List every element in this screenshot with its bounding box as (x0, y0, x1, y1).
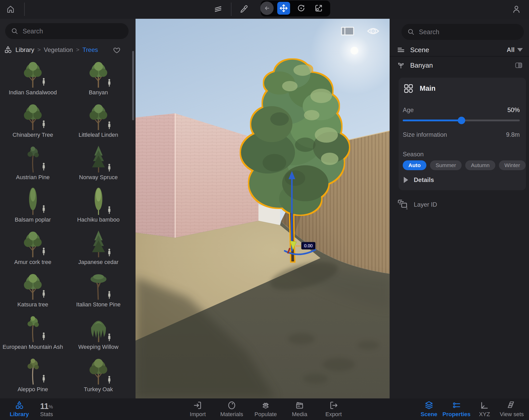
bottombar-viewsets-label: View sets (492, 411, 529, 418)
scene-list-icon (397, 46, 405, 54)
scene-search-input[interactable] (419, 28, 518, 36)
library-panel: Library > Vegetation > Trees Indian Sand… (0, 19, 136, 398)
library-item-label: Amur cork tree (0, 259, 66, 266)
library-item[interactable]: Austrian Pine (0, 140, 66, 182)
expand-arrow-icon (404, 177, 408, 183)
layer-id-label: Layer ID (414, 201, 437, 208)
viewport-scene: 0.00 (136, 19, 390, 398)
library-item[interactable]: Chinaberry Tree (0, 98, 66, 140)
season-winter-button[interactable]: Winter (499, 160, 526, 170)
bottombar-export-button[interactable]: Export (314, 400, 353, 418)
bottombar-populate-label: Populate (246, 411, 285, 418)
scene-filter-dropdown[interactable]: All (507, 46, 523, 53)
library-item-label: Japanese cedar (66, 259, 131, 266)
library-item[interactable]: Aleppo Pine (0, 352, 66, 395)
library-item[interactable]: Italian Stone Pine (66, 267, 131, 310)
season-autumn-button[interactable]: Autumn (465, 160, 495, 170)
library-item-label: Chinaberry Tree (0, 132, 66, 138)
main-section-title: Main (420, 85, 436, 93)
library-item[interactable]: Japanese cedar (66, 225, 131, 267)
home-button[interactable] (5, 3, 16, 15)
age-slider[interactable] (403, 117, 520, 124)
undo-button[interactable] (260, 2, 274, 15)
topbar (0, 0, 529, 19)
bottombar-viewsets-button[interactable]: View sets (492, 400, 529, 418)
library-item[interactable]: Norway Spruce (66, 140, 131, 182)
details-label: Details (414, 176, 434, 184)
size-row: Size information 9.8m (403, 131, 520, 138)
season-auto-button[interactable]: Auto (403, 160, 426, 170)
age-slider-fill (403, 120, 461, 121)
library-item[interactable]: Turkey Oak (66, 352, 131, 395)
library-item[interactable]: Indian Sandalwood (0, 55, 66, 98)
library-item-label: Littleleaf Linden (66, 132, 131, 138)
library-item[interactable]: Balsam poplar (0, 182, 66, 225)
tree-thumbnail (79, 267, 118, 301)
library-item[interactable]: Hachiku bamboo (66, 182, 131, 225)
season-summer-button[interactable]: Summer (430, 160, 462, 170)
scene-object-row[interactable]: Banyan (390, 57, 529, 73)
tree-thumbnail (79, 225, 118, 258)
library-item[interactable]: Banyan (66, 55, 131, 98)
visibility-button[interactable] (368, 29, 379, 34)
rotate-icon (297, 4, 306, 13)
tree-thumbnail (14, 267, 52, 301)
account-icon (512, 4, 521, 14)
gizmo-value-box: 0.00 (301, 242, 315, 249)
scene-search[interactable] (401, 24, 524, 40)
move-icon (279, 4, 288, 13)
breadcrumb-trees[interactable]: Trees (83, 46, 98, 53)
library-scrollbar[interactable] (132, 51, 134, 120)
bottombar-import-button[interactable]: Import (178, 400, 217, 418)
season-options: Auto Summer Autumn Winter (403, 160, 526, 170)
viewport-canvas[interactable]: 0.00 (136, 19, 390, 398)
scale-tool-button[interactable] (312, 2, 325, 15)
favorites-button[interactable] (113, 46, 121, 54)
bottombar-materials-label: Materials (212, 411, 251, 418)
home-icon (6, 5, 15, 14)
bottombar-stats-button[interactable]: 11 % Stats (27, 400, 66, 418)
age-slider-knob[interactable] (458, 117, 465, 124)
move-tool-button[interactable] (277, 2, 290, 15)
library-item[interactable]: Amur cork tree (0, 225, 66, 267)
scene-header[interactable]: Scene All (390, 44, 529, 56)
library-item[interactable]: European Mountain Ash (0, 310, 66, 352)
rotate-tool-button[interactable] (295, 2, 308, 15)
bottombar-materials-button[interactable]: Materials (212, 400, 251, 418)
stats-value: 11 % (27, 400, 66, 411)
topbar-separator (231, 3, 231, 16)
scene-header-label: Scene (410, 46, 429, 54)
breadcrumb: Library > Vegetation > Trees (4, 44, 132, 56)
library-search[interactable] (5, 23, 129, 39)
season-label: Season (403, 151, 424, 158)
library-item[interactable]: Katsura tree (0, 267, 66, 310)
breadcrumb-separator: > (76, 47, 79, 53)
size-label: Size information (403, 131, 447, 138)
chevron-down-icon (517, 48, 523, 52)
split-view-button[interactable] (515, 61, 523, 69)
breadcrumb-library[interactable]: Library (15, 46, 34, 53)
library-item-label: Hachiku bamboo (66, 216, 131, 223)
panel-toggle-button[interactable] (342, 27, 354, 35)
tree-thumbnail (79, 352, 118, 386)
bottombar-populate-button[interactable]: Populate (246, 400, 285, 418)
tree-thumbnail (14, 352, 52, 386)
layer-id-row[interactable]: 1 Layer ID (397, 199, 437, 211)
main-section-header[interactable]: Main (403, 83, 436, 94)
library-item-label: Italian Stone Pine (66, 301, 131, 308)
bottombar-export-label: Export (314, 411, 353, 418)
tree-thumbnail (14, 182, 52, 216)
context-menu-button[interactable] (212, 3, 224, 15)
library-search-input[interactable] (23, 28, 123, 35)
library-item-label: Indian Sandalwood (0, 89, 66, 96)
breadcrumb-vegetation[interactable]: Vegetation (44, 46, 73, 53)
library-item[interactable]: Littleleaf Linden (66, 98, 131, 140)
bottombar-media-button[interactable]: Media (280, 400, 319, 418)
context-menu-icon (213, 4, 223, 14)
eyedropper-button[interactable] (238, 3, 250, 15)
main-properties-card: Main Age 50% Size information 9.8m Seaso… (399, 78, 526, 190)
tree-thumbnail (14, 98, 52, 131)
account-button[interactable] (510, 3, 522, 15)
details-expander[interactable]: Details (404, 176, 434, 184)
library-item[interactable]: Weeping Willow (66, 310, 131, 352)
